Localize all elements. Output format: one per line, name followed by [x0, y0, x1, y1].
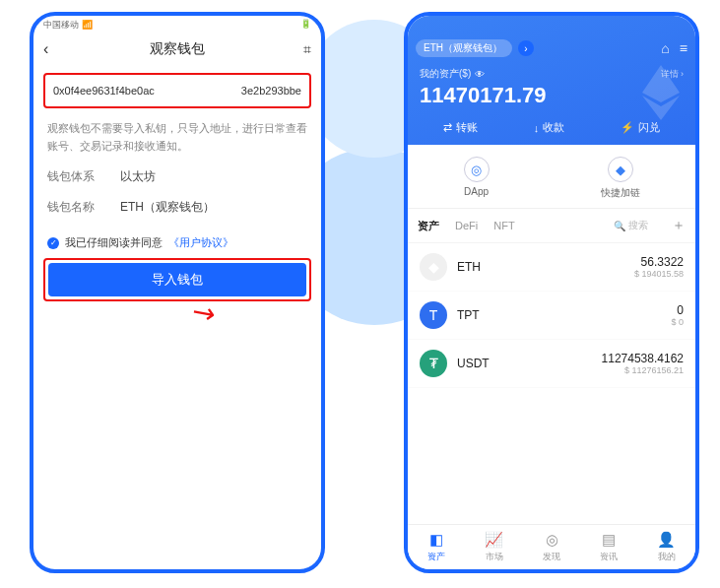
wallet-icon: ◧	[429, 531, 443, 549]
phone-wallet-home: ETH（观察钱包） › ⌂ ≡ 我的资产($) 👁 详情 › 11470171.…	[404, 12, 699, 573]
token-symbol: USDT	[457, 357, 490, 370]
nav-news[interactable]: ▤资讯	[600, 531, 618, 563]
back-button[interactable]: ‹	[43, 40, 48, 58]
phone-observe-wallet: 中国移动 📶 🔋 ‹ 观察钱包 ⌗ 0x0f4ee9631f4be0ac 3e2…	[30, 12, 325, 573]
agreement-row[interactable]: ✓ 我已仔细阅读并同意 《用户协议》	[47, 235, 307, 250]
token-row-tpt[interactable]: T TPT 0 $ 0	[408, 292, 695, 340]
menu-icon[interactable]: ≡	[680, 40, 687, 56]
wallet-name-row: 钱包名称 ETH（观察钱包）	[47, 199, 307, 216]
quick-add-chain-shortcut[interactable]: ◆ 快捷加链	[601, 157, 640, 200]
scan-icon[interactable]: ⌂	[661, 40, 669, 56]
tab-defi[interactable]: DeFi	[455, 220, 478, 231]
compass-icon: ◎	[464, 157, 490, 182]
eth-icon: ◆	[420, 253, 447, 281]
chain-row: 钱包体系 以太坊	[47, 168, 307, 185]
chain-bar: ETH（观察钱包） › ⌂ ≡	[416, 39, 687, 57]
asset-tabs: 资产 DeFi NFT 🔍 搜索 ＋	[408, 209, 695, 243]
transfer-button[interactable]: ⇄ 转账	[443, 120, 478, 135]
token-balance: 11274538.4162	[602, 352, 684, 365]
page-title: 观察钱包	[150, 40, 205, 58]
asset-label: 我的资产($)	[420, 67, 471, 81]
token-fiat: $ 11276156.21	[602, 365, 684, 375]
address-part1: 0x0f4ee9631f4be0ac	[53, 85, 155, 97]
description-text: 观察钱包不需要导入私钥，只导入地址，进行日常查看账号、交易记录和接收通知。	[47, 120, 307, 155]
status-left: 中国移动 📶	[43, 19, 93, 31]
dapp-shortcut[interactable]: ◎ DApp	[464, 157, 490, 200]
wallet-name-label: 钱包名称	[47, 199, 102, 216]
chain-label: 钱包体系	[47, 168, 102, 185]
user-icon: 👤	[657, 531, 676, 549]
status-bar: 中国移动 📶 🔋	[33, 16, 321, 33]
wallet-header: ETH（观察钱包） › ⌂ ≡ 我的资产($) 👁 详情 › 11470171.…	[408, 16, 695, 145]
nav-assets[interactable]: ◧资产	[427, 531, 445, 563]
address-part2: 3e2b293bbe	[241, 85, 301, 97]
chain-value: 以太坊	[120, 168, 156, 185]
token-row-usdt[interactable]: ₮ USDT 11274538.4162 $ 11276156.21	[408, 340, 695, 388]
chain-icon: ◆	[608, 157, 633, 182]
token-symbol: TPT	[457, 308, 480, 322]
mid-shortcuts: ◎ DApp ◆ 快捷加链	[408, 145, 695, 209]
status-bar	[416, 22, 687, 37]
import-highlight: 导入钱包	[43, 258, 311, 301]
nav-discover[interactable]: ◎发现	[543, 531, 560, 563]
usdt-icon: ₮	[420, 350, 447, 377]
tpt-icon: T	[420, 301, 447, 329]
token-fiat: $ 194015.58	[634, 269, 684, 279]
address-input[interactable]: 0x0f4ee9631f4be0ac 3e2b293bbe	[43, 73, 311, 108]
agreement-text: 我已仔细阅读并同意	[65, 235, 163, 250]
nav-bar: ‹ 观察钱包 ⌗	[33, 33, 321, 65]
nav-market[interactable]: 📈市场	[485, 531, 503, 563]
chain-chip[interactable]: ETH（观察钱包）	[416, 39, 512, 57]
chain-switch-icon[interactable]: ›	[518, 40, 534, 56]
swap-button[interactable]: ⚡ 闪兑	[621, 120, 660, 135]
token-search[interactable]: 🔍 搜索	[614, 219, 648, 232]
token-balance: 0	[671, 303, 684, 317]
compass-icon: ◎	[546, 531, 558, 549]
tab-assets[interactable]: 资产	[418, 219, 439, 233]
agreement-checkbox[interactable]: ✓	[47, 237, 59, 249]
tab-nft[interactable]: NFT	[493, 220, 514, 231]
agreement-link[interactable]: 《用户协议》	[168, 235, 233, 250]
wallet-name-value: ETH（观察钱包）	[120, 199, 215, 216]
ethereum-icon	[638, 63, 684, 122]
status-right: 🔋	[300, 19, 311, 31]
token-fiat: $ 0	[671, 317, 684, 327]
add-token-button[interactable]: ＋	[672, 217, 686, 234]
scan-icon[interactable]: ⌗	[303, 41, 311, 58]
bottom-nav: ◧资产 📈市场 ◎发现 ▤资讯 👤我的	[408, 524, 695, 569]
nav-me[interactable]: 👤我的	[657, 531, 676, 563]
total-balance: 11470171.79	[420, 83, 684, 108]
import-wallet-button[interactable]: 导入钱包	[48, 263, 306, 296]
token-row-eth[interactable]: ◆ ETH 56.3322 $ 194015.58	[408, 243, 695, 292]
chart-icon: 📈	[485, 531, 503, 549]
news-icon: ▤	[602, 531, 616, 549]
token-symbol: ETH	[457, 260, 481, 274]
receive-button[interactable]: ↓ 收款	[534, 120, 565, 135]
token-balance: 56.3322	[634, 255, 684, 269]
eye-icon[interactable]: 👁	[475, 69, 485, 80]
